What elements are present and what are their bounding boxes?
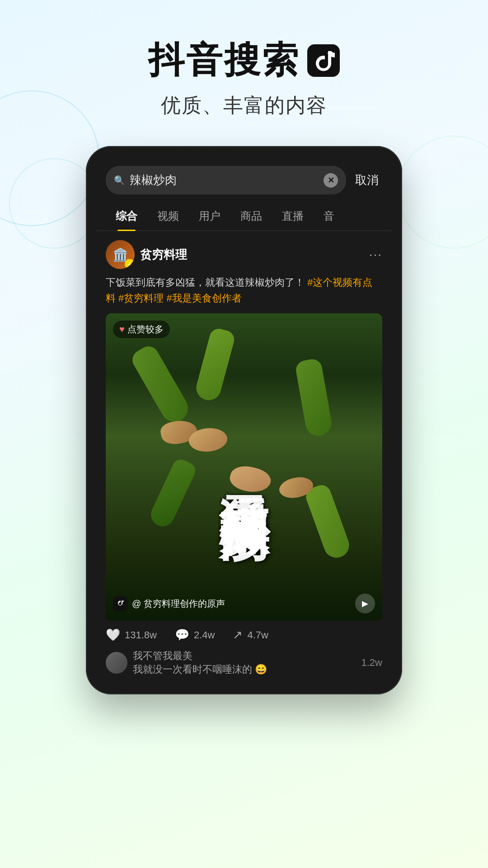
comment-preview: 我不管我最美 我就没一次看时不咽唾沫的 😄 1.2w	[106, 649, 382, 684]
comment-count: 1.2w	[361, 657, 382, 669]
phone-mockup: 🔍 辣椒炒肉 ✕ 取消 综合 视频 用户 商品	[86, 146, 402, 694]
commenter-avatar	[106, 652, 127, 674]
commenter-name: 我不管我最美	[133, 649, 267, 663]
share-icon: ↗	[233, 628, 243, 642]
comment-content: 我不管我最美 我就没一次看时不咽唾沫的 😄	[133, 649, 267, 676]
post-description: 下饭菜到底有多凶猛，就看这道辣椒炒肉了！ #这个视频有点料 #贫穷料理 #我是美…	[106, 274, 382, 306]
cancel-search-button[interactable]: 取消	[352, 172, 382, 188]
tab-视频[interactable]: 视频	[147, 202, 189, 231]
audio-bar[interactable]: @ 贫穷料理创作的原声 ▶	[113, 594, 375, 613]
tiktok-small-icon	[113, 596, 127, 611]
title-text: 抖音搜索	[148, 36, 300, 85]
username: 贫穷料理	[140, 247, 187, 263]
stat-likes: 🤍 131.8w	[106, 628, 157, 642]
tab-商品[interactable]: 商品	[230, 202, 272, 231]
post-header: 🏛️ ✓ 贫穷料理 ···	[106, 240, 382, 269]
tab-音[interactable]: 音	[314, 202, 344, 231]
likes-count: 131.8w	[125, 629, 157, 641]
video-background: 勇猛辣椒炒肉	[106, 313, 382, 621]
tab-综合[interactable]: 综合	[106, 202, 147, 231]
tab-用户[interactable]: 用户	[189, 202, 230, 231]
avatar: 🏛️ ✓	[106, 240, 135, 269]
video-title-text: 勇猛辣椒炒肉	[217, 456, 272, 478]
post-stats: 🤍 131.8w 💬 2.4w ↗ 4.7w	[106, 621, 382, 649]
phone-screen: 🔍 辣椒炒肉 ✕ 取消 综合 视频 用户 商品	[97, 157, 391, 684]
stat-shares: ↗ 4.7w	[233, 628, 268, 642]
clear-search-button[interactable]: ✕	[324, 173, 338, 188]
search-tabs: 综合 视频 用户 商品 直播 音	[97, 202, 391, 231]
more-options-icon[interactable]: ···	[369, 247, 382, 262]
video-thumbnail[interactable]: 勇猛辣椒炒肉 ♥ 点赞较多 @ 贫穷料理创作的原声	[106, 313, 382, 621]
post-text-normal: 下饭菜到底有多凶猛，就看这道辣椒炒肉了！	[106, 277, 305, 288]
tiktok-logo-icon	[307, 44, 340, 77]
post-user-info: 🏛️ ✓ 贫穷料理	[106, 240, 187, 269]
header: 抖音搜索 优质、丰富的内容	[148, 36, 340, 119]
audio-text: @ 贫穷料理创作的原声	[132, 598, 351, 610]
tab-直播[interactable]: 直播	[272, 202, 314, 231]
search-query: 辣椒炒肉	[130, 172, 319, 188]
likes-badge-text: 点赞较多	[127, 323, 164, 335]
bg-decoration-3	[398, 136, 488, 249]
likes-badge: ♥ 点赞较多	[113, 321, 170, 338]
post-container: 🏛️ ✓ 贫穷料理 ··· 下饭菜到底有多凶猛，就看这道辣椒炒肉了！ #这个视频…	[97, 231, 391, 684]
subtitle: 优质、丰富的内容	[148, 92, 340, 119]
shares-count: 4.7w	[247, 629, 268, 641]
search-bar-area: 🔍 辣椒炒肉 ✕ 取消	[97, 157, 391, 194]
play-button[interactable]: ▶	[355, 594, 375, 613]
comments-count: 2.4w	[194, 629, 215, 641]
like-icon: 🤍	[106, 628, 120, 642]
comment-icon: 💬	[175, 628, 189, 642]
phone-frame: 🔍 辣椒炒肉 ✕ 取消 综合 视频 用户 商品	[86, 146, 402, 694]
video-overlay: 勇猛辣椒炒肉	[106, 313, 382, 621]
stat-comments: 💬 2.4w	[175, 628, 215, 642]
search-input-wrapper[interactable]: 🔍 辣椒炒肉 ✕	[106, 166, 346, 194]
app-title: 抖音搜索	[148, 36, 340, 85]
comment-text: 我就没一次看时不咽唾沫的 😄	[133, 663, 267, 676]
search-icon: 🔍	[114, 175, 125, 186]
verified-badge: ✓	[125, 259, 135, 269]
heart-icon: ♥	[119, 324, 125, 335]
